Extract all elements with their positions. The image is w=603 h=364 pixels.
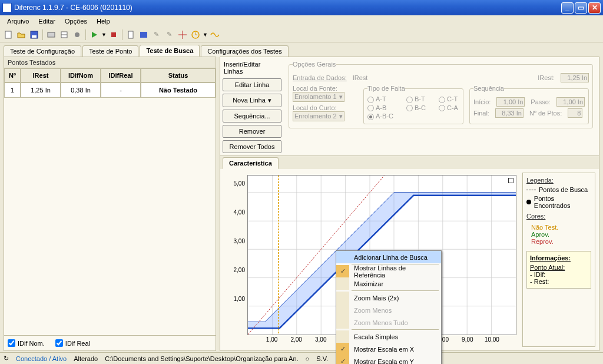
svg-rect-8 [128, 31, 133, 38]
left-title: Pontos Testados [4, 57, 216, 68]
tipo-label: Tipo de Falta [367, 85, 405, 92]
close-button[interactable]: ✕ [588, 2, 601, 14]
cb-idifreal[interactable]: IDif Real [55, 339, 90, 347]
tab-ct[interactable]: Configurações dos Testes [201, 45, 288, 57]
clock-icon[interactable] [190, 29, 201, 41]
passo-input[interactable] [556, 97, 585, 107]
ctx-zmenos: Zoom Menos [336, 304, 441, 316]
maximize-button[interactable]: ▭ [575, 2, 587, 14]
final-input[interactable] [495, 108, 524, 118]
play-icon[interactable] [88, 29, 100, 41]
main: Pontos Testados Nº IRest IDifNom IDifRea… [4, 57, 599, 351]
ctx-max[interactable]: Maximizar [336, 277, 441, 290]
app-icon [2, 3, 12, 12]
enr1-select[interactable]: Enrolamento 1▾ [293, 92, 344, 102]
menu-editar[interactable]: Editar [34, 16, 60, 26]
status-led1-icon: ○ [306, 355, 310, 362]
enr2-select[interactable]: Enrolamento 2▾ [293, 111, 344, 121]
stop-icon[interactable] [108, 29, 120, 41]
context-menu: Adicionar Linha de Busca ✓Mostrar Linhas… [336, 250, 442, 364]
config-icon[interactable] [58, 29, 70, 41]
entrada-val: IRest [353, 74, 368, 81]
radio-bt[interactable]: B-T [406, 95, 427, 103]
hardware-icon[interactable] [45, 29, 57, 41]
menu-arquivo[interactable]: Arquivo [2, 16, 34, 26]
tab-config[interactable]: Teste de Configuração [4, 45, 81, 57]
ctx-ey[interactable]: ✓Mostrar Escala em Y [336, 355, 441, 364]
menu-help[interactable]: Help [92, 16, 115, 26]
tab-caracteristica[interactable]: Característica [223, 157, 279, 169]
settings-icon[interactable] [71, 29, 83, 41]
report-icon[interactable] [125, 29, 137, 41]
toolbar: ▼ ✎ ✎ ▼ [0, 27, 603, 42]
local-curto-label: Local do Curto: [293, 104, 357, 111]
col-idifnom[interactable]: IDifNom [61, 68, 101, 82]
ctx-zmais[interactable]: Zoom Mais (2x) [336, 292, 441, 304]
cb-idifnom[interactable]: IDif Nom. [8, 339, 45, 347]
minimize-button[interactable]: _ [561, 2, 574, 14]
brush-icon[interactable]: ✎ [164, 29, 175, 41]
status-refresh-icon[interactable]: ↻ [4, 355, 9, 362]
col-idifreal[interactable]: IDifReal [101, 68, 141, 82]
svg-point-6 [75, 32, 79, 37]
chevron-down-icon: ▾ [268, 97, 271, 104]
statusbar: ↻ Conectado / Ativo Alterado C:\Document… [0, 352, 603, 364]
radio-abc[interactable]: A-B-C [367, 112, 395, 120]
info-box: Informações: Ponto Atual: - IDif: - Rest… [526, 251, 591, 289]
cell-idifreal[interactable]: - [101, 82, 141, 98]
open-icon[interactable] [15, 29, 27, 41]
cell-status[interactable]: Não Testado [141, 82, 216, 98]
seq-button[interactable]: Sequência... [223, 110, 281, 123]
zoom-square-icon[interactable] [508, 178, 513, 183]
unit-icon[interactable] [138, 29, 150, 41]
cell-num[interactable]: 1 [4, 82, 21, 98]
radio-bc[interactable]: B-C [406, 104, 427, 112]
options-group: Opções Gerais Entrada de Dados: IRest IR… [285, 59, 597, 153]
col-status[interactable]: Status [141, 68, 216, 82]
menubar: Arquivo Editar Opções Help [0, 15, 603, 27]
irest-label: IRest: [538, 74, 555, 81]
radio-at[interactable]: A-T [367, 95, 395, 103]
points-table: Nº IRest IDifNom IDifReal Status 1 1,25 … [4, 68, 216, 98]
tab-busca[interactable]: Teste de Busca [140, 45, 200, 57]
titlebar: Diferenc 1.1.9.7 - CE-6006 (0201110) _ ▭… [0, 0, 603, 15]
legend-title: Legenda: [526, 177, 591, 184]
ins-title: Inserir/Editar Linhas [223, 59, 281, 76]
wave-icon[interactable] [209, 29, 221, 41]
col-num[interactable]: Nº [4, 68, 21, 82]
remall-button[interactable]: Remover Todos [223, 140, 281, 153]
irest-input[interactable] [561, 73, 589, 82]
crosshair-icon[interactable] [177, 29, 188, 41]
menu-opcoes[interactable]: Opções [60, 16, 92, 26]
nova-button[interactable]: Nova Linha▾ [223, 94, 281, 107]
col-irest[interactable]: IRest [21, 68, 61, 82]
y-axis: 5,00 4,00 3,00 2,00 1,00 [224, 173, 247, 334]
svg-rect-9 [140, 32, 147, 38]
cell-idifnom[interactable]: 0,38 In [61, 82, 101, 98]
ctx-ex[interactable]: ✓Mostrar Escala em X [336, 343, 441, 355]
status-sv: S.V. [316, 355, 328, 362]
right-top: Inserir/Editar Linhas Editar Linha Nova … [220, 57, 599, 156]
checkbox-row: IDif Nom. IDif Real [4, 335, 216, 350]
new-icon[interactable] [2, 29, 14, 41]
clear-icon[interactable]: ✎ [151, 29, 163, 41]
radio-ca[interactable]: C-A [439, 104, 459, 112]
window-title: Diferenc 1.1.9.7 - CE-6006 (0201110) [14, 4, 560, 12]
seq-label: Sequência [473, 85, 504, 92]
rem-button[interactable]: Remover [223, 125, 281, 138]
radio-ab[interactable]: A-B [367, 104, 395, 112]
tab-ponto[interactable]: Teste de Ponto [82, 45, 138, 57]
cell-irest[interactable]: 1,25 In [21, 82, 61, 98]
ctx-ref[interactable]: ✓Mostrar Linhas de Referência [336, 265, 441, 277]
ctx-simples[interactable]: Escala Simples [336, 330, 441, 343]
editar-button[interactable]: Editar Linha [223, 78, 281, 91]
left-panel: Pontos Testados Nº IRest IDifNom IDifRea… [4, 57, 216, 351]
button-column: Inserir/Editar Linhas Editar Linha Nova … [223, 59, 281, 153]
radio-ct[interactable]: C-T [439, 95, 459, 103]
nptos-input[interactable] [568, 108, 582, 118]
status-path: C:\Documents and Settings\Suporte\Deskto… [105, 355, 298, 362]
inicio-input[interactable] [496, 97, 525, 107]
legend: Legenda: Pontos de Busca Pontos Encontra… [522, 173, 595, 347]
ctx-add[interactable]: Adicionar Linha de Busca [336, 251, 441, 263]
save-icon[interactable] [28, 29, 40, 41]
